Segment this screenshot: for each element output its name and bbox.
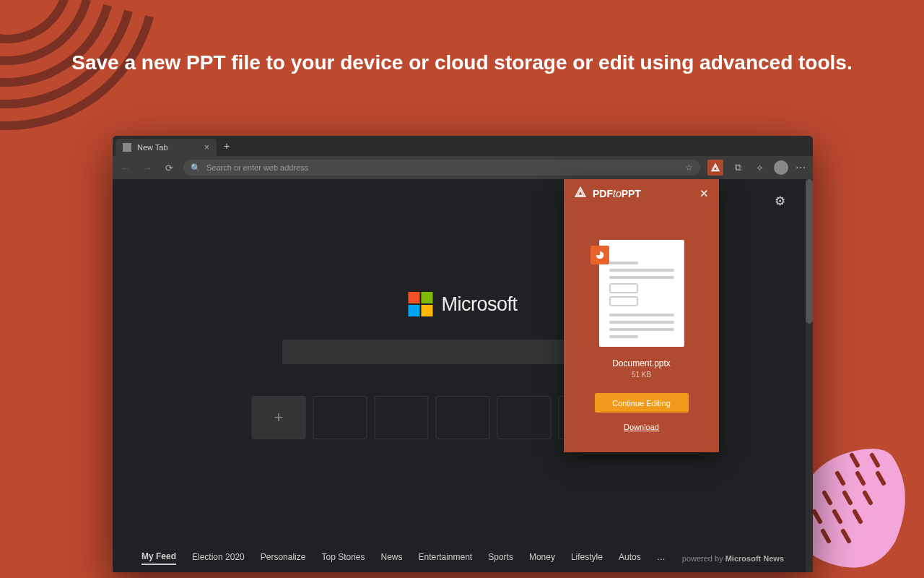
feed-tab-money[interactable]: Money [529, 552, 555, 564]
popup-body: Document.pptx 51 KB Continue Editing Dow… [564, 208, 719, 452]
popup-title: PDFtoPPT [593, 188, 641, 199]
quick-tile[interactable] [375, 396, 429, 439]
add-tile-button[interactable]: + [252, 396, 306, 439]
feed-tab-lifestyle[interactable]: Lifestyle [571, 552, 603, 564]
address-placeholder: Search or enter web address [206, 163, 679, 172]
svg-line-3 [858, 473, 863, 483]
extension-icon[interactable] [707, 160, 723, 176]
browser-tab[interactable]: New Tab × [116, 139, 217, 156]
feed-tab-autos[interactable]: Autos [619, 552, 641, 564]
quick-tile[interactable] [436, 396, 490, 439]
browser-toolbar: ← → ⟳ 🔍 Search or enter web address ☆ ⧉ … [113, 156, 813, 179]
feed-attribution: powered by Microsoft News [682, 554, 784, 563]
feed-tab-sports[interactable]: Sports [488, 552, 513, 564]
scrollbar[interactable] [806, 179, 813, 572]
svg-line-0 [852, 455, 858, 465]
microsoft-squares-icon [408, 292, 432, 316]
svg-line-7 [865, 493, 871, 503]
settings-gear-icon[interactable]: ⚙ [775, 194, 785, 209]
extension-logo-icon [574, 186, 587, 202]
svg-line-4 [878, 473, 884, 483]
browser-window: New Tab × + ← → ⟳ 🔍 Search or enter web … [113, 136, 813, 572]
forward-icon[interactable]: → [140, 160, 154, 175]
back-icon[interactable]: ← [118, 160, 133, 175]
address-bar[interactable]: 🔍 Search or enter web address ☆ [183, 160, 700, 176]
tab-favicon [123, 143, 131, 152]
feed-tab-election[interactable]: Election 2020 [192, 552, 245, 564]
favorite-icon[interactable]: ☆ [685, 163, 693, 173]
feed-nav: My Feed Election 2020 Personalize Top St… [113, 551, 813, 565]
tab-title: New Tab [137, 143, 168, 152]
feed-tab-entertainment[interactable]: Entertainment [419, 552, 473, 564]
extension-popup: PDFtoPPT ✕ Document. [564, 179, 719, 452]
popup-header: PDFtoPPT ✕ [564, 179, 719, 208]
ppt-badge-icon [590, 246, 609, 264]
svg-line-10 [855, 512, 860, 522]
svg-line-6 [845, 493, 850, 503]
svg-line-2 [837, 473, 843, 483]
brand-logo: Microsoft [408, 292, 517, 316]
profile-avatar[interactable] [774, 160, 788, 175]
feed-tab-topstories[interactable]: Top Stories [321, 552, 365, 564]
svg-line-11 [823, 531, 829, 541]
document-preview [599, 240, 684, 347]
popup-filesize: 51 KB [632, 371, 651, 379]
brand-name: Microsoft [441, 293, 517, 316]
quick-tile[interactable] [313, 396, 367, 439]
tab-strip: New Tab × + [113, 136, 813, 156]
continue-editing-button[interactable]: Continue Editing [595, 393, 689, 413]
search-icon: 🔍 [191, 163, 201, 173]
feed-tab-myfeed[interactable]: My Feed [141, 551, 176, 565]
refresh-icon[interactable]: ⟳ [162, 160, 176, 175]
favorites-icon[interactable]: ✧ [752, 160, 767, 175]
new-tab-button[interactable]: + [217, 140, 237, 152]
feed-tab-news[interactable]: News [380, 552, 402, 564]
download-link[interactable]: Download [624, 423, 659, 431]
popup-close-icon[interactable]: ✕ [699, 187, 709, 200]
quick-tile[interactable] [497, 396, 552, 439]
popup-filename: Document.pptx [612, 358, 671, 368]
promo-headline: Save a new PPT file to your device or cl… [0, 49, 924, 77]
feed-tab-personalize[interactable]: Personalize [261, 552, 306, 564]
svg-line-1 [872, 455, 878, 465]
page-content: ⚙ Microsoft + My Feed Election 2020 Pers… [113, 179, 813, 572]
svg-line-9 [834, 512, 840, 522]
svg-line-12 [843, 531, 849, 541]
menu-icon[interactable]: ⋯ [796, 162, 807, 173]
feed-tab-more[interactable]: … [657, 552, 666, 564]
close-tab-icon[interactable]: × [204, 142, 209, 152]
svg-line-8 [814, 512, 820, 522]
collections-icon[interactable]: ⧉ [731, 160, 745, 175]
svg-line-5 [824, 493, 830, 503]
